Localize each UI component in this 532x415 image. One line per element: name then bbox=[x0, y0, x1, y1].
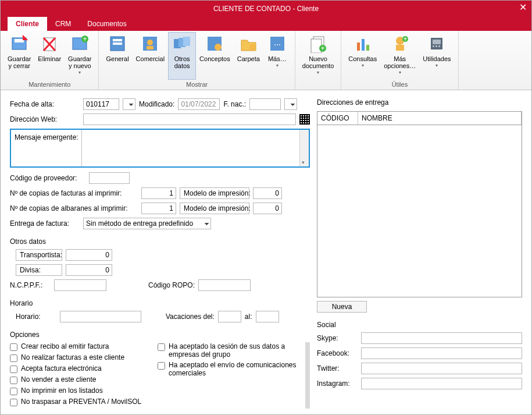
ribbon-carpeta-button[interactable]: Carpeta bbox=[234, 32, 263, 80]
direcciones-title: Direcciones de entrega bbox=[317, 98, 388, 107]
tab-documentos[interactable]: Documentos bbox=[79, 17, 134, 31]
checkbox-label: Acepta factura electrónica bbox=[21, 364, 102, 373]
ribbon-label: Consultas bbox=[348, 55, 377, 62]
ribbon-masop-button[interactable]: +Más opciones…▾ bbox=[380, 32, 419, 80]
transportista-input[interactable] bbox=[66, 249, 112, 261]
nueva-button[interactable]: Nueva bbox=[317, 301, 367, 313]
ncppf-input[interactable] bbox=[54, 279, 106, 291]
fecha-alta-dropdown[interactable] bbox=[123, 98, 135, 110]
horario-input[interactable] bbox=[60, 311, 141, 322]
checkbox-input[interactable] bbox=[10, 354, 17, 362]
qr-icon[interactable] bbox=[299, 114, 310, 125]
mensaje-textarea[interactable] bbox=[81, 130, 299, 166]
ribbon-save-new-button[interactable]: +Guardar y nuevo▾ bbox=[65, 32, 95, 80]
svg-rect-38 bbox=[438, 45, 440, 47]
fecha-alta-input[interactable] bbox=[83, 98, 119, 110]
ribbon-save-close-button[interactable]: Guardar y cerrar bbox=[4, 32, 34, 80]
instagram-input[interactable] bbox=[361, 378, 522, 389]
skype-input[interactable] bbox=[361, 332, 522, 344]
svg-rect-14 bbox=[147, 46, 153, 49]
dir-web-label: Dirección Web: bbox=[10, 115, 80, 123]
option-checkbox[interactable]: No realizar facturas a este cliente bbox=[10, 353, 149, 362]
checkbox-input[interactable] bbox=[10, 366, 17, 373]
vac-desde-input[interactable] bbox=[218, 311, 241, 322]
tab-crm[interactable]: CRM bbox=[47, 17, 79, 31]
ribbon-group-title: Mantenimiento bbox=[4, 80, 95, 90]
cod-prov-input[interactable] bbox=[89, 172, 130, 184]
ribbon-comercial-button[interactable]: Comercial bbox=[133, 32, 169, 80]
svg-rect-35 bbox=[433, 40, 441, 44]
ribbon-delete-button[interactable]: Eliminar bbox=[34, 32, 65, 80]
ribbon-label: Más… bbox=[268, 55, 287, 62]
ribbon-group-title: Útiles bbox=[345, 80, 454, 90]
svg-rect-24 bbox=[311, 39, 322, 53]
fnac-dropdown[interactable] bbox=[284, 98, 297, 110]
cod-prov-label: Código de proveedor: bbox=[10, 174, 85, 182]
tab-cliente[interactable]: Cliente bbox=[8, 17, 47, 31]
modelo-imp-input[interactable] bbox=[253, 187, 282, 199]
ribbon-label: Guardar y cerrar bbox=[8, 55, 31, 69]
col-nombre[interactable]: NOMBRE bbox=[358, 112, 522, 125]
option-checkbox[interactable]: Crear recibo al emitir factura bbox=[10, 342, 149, 351]
title-bar: CLIENTE DE CONTADO - Cliente ✕ bbox=[1, 1, 531, 17]
checkbox-label: No imprimir en los listados bbox=[21, 386, 103, 395]
ropo-input[interactable] bbox=[198, 279, 251, 291]
facebook-input[interactable] bbox=[361, 347, 522, 359]
checkbox-input[interactable] bbox=[10, 343, 17, 351]
twitter-input[interactable] bbox=[361, 363, 522, 374]
opciones-title: Opciones bbox=[10, 331, 310, 339]
modelo-imp2-label: Modelo de impresión: bbox=[180, 203, 249, 214]
ribbon-consultas-button[interactable]: Consultas▾ bbox=[345, 32, 380, 80]
entrega-select[interactable]: Sin método de entrega predefinido bbox=[83, 218, 211, 229]
ribbon-label: Guardar y nuevo bbox=[68, 55, 91, 69]
ribbon-conceptos-button[interactable]: Conceptos bbox=[196, 32, 234, 80]
ribbon-general-button[interactable]: General bbox=[102, 32, 132, 80]
col-codigo[interactable]: CÓDIGO bbox=[317, 112, 358, 125]
checkbox-label: Ha aceptado el envío de comunicaciones c… bbox=[169, 361, 297, 377]
chevron-down-icon: ▾ bbox=[317, 70, 319, 76]
transportista-label: Transportista: bbox=[16, 249, 62, 261]
checkbox-label: Ha aceptado la cesión de sus datos a emp… bbox=[169, 342, 297, 359]
option-checkbox[interactable]: No vender a este cliente bbox=[10, 375, 149, 384]
divisa-input[interactable] bbox=[66, 264, 112, 276]
fnac-input[interactable] bbox=[249, 98, 281, 110]
divisa-label: Divisa: bbox=[16, 264, 62, 276]
ribbon-label: Comercial bbox=[136, 55, 165, 62]
scrollbar[interactable] bbox=[299, 130, 309, 166]
option-checkbox[interactable]: Ha aceptado el envío de comunicaciones c… bbox=[158, 361, 297, 377]
social-title: Social bbox=[317, 321, 522, 329]
checkbox-input[interactable] bbox=[158, 362, 165, 370]
dir-web-input[interactable] bbox=[83, 113, 296, 125]
option-checkbox[interactable]: No traspasar a PREVENTA / MovilSOL bbox=[10, 398, 149, 406]
ribbon-mas-button[interactable]: ⋯Más…▾ bbox=[263, 32, 291, 80]
ribbon-util-button[interactable]: Utilidades▾ bbox=[419, 32, 454, 80]
modelo-imp2-input[interactable] bbox=[253, 203, 282, 214]
checkbox-input[interactable] bbox=[10, 377, 17, 384]
options-scrollbar[interactable] bbox=[305, 342, 310, 409]
copias-alb-input[interactable] bbox=[141, 203, 176, 214]
option-checkbox[interactable]: Acepta factura electrónica bbox=[10, 364, 149, 373]
copias-fact-input[interactable] bbox=[141, 187, 176, 199]
vac-hasta-input[interactable] bbox=[256, 311, 279, 322]
checkbox-input[interactable] bbox=[158, 343, 165, 351]
facebook-label: Facebook: bbox=[317, 349, 358, 357]
option-checkbox[interactable]: No imprimir en los listados bbox=[10, 386, 149, 395]
option-checkbox[interactable]: Ha aceptado la cesión de sus datos a emp… bbox=[158, 342, 297, 359]
svg-rect-36 bbox=[433, 45, 434, 47]
checkbox-input[interactable] bbox=[10, 399, 17, 406]
ropo-label: Código ROPO: bbox=[148, 281, 195, 289]
svg-point-19 bbox=[215, 44, 222, 51]
ribbon-otros-button[interactable]: Otros datos bbox=[168, 32, 196, 80]
checkbox-input[interactable] bbox=[10, 388, 17, 395]
ribbon: Guardar y cerrarEliminar+Guardar y nuevo… bbox=[1, 31, 531, 90]
ribbon-label: Utilidades bbox=[423, 55, 451, 62]
otros-datos-title: Otros datos bbox=[10, 237, 310, 246]
svg-text:+: + bbox=[83, 35, 87, 43]
horario-title: Horario bbox=[10, 299, 310, 307]
svg-rect-11 bbox=[113, 42, 122, 45]
svg-text:⋯: ⋯ bbox=[274, 41, 281, 49]
direcciones-table[interactable]: CÓDIGO NOMBRE bbox=[317, 111, 522, 297]
close-icon[interactable]: ✕ bbox=[519, 2, 527, 13]
main-tabs: ClienteCRMDocumentos bbox=[1, 17, 531, 31]
ribbon-nuevodoc-button[interactable]: +Nuevo documento▾ bbox=[299, 32, 337, 87]
